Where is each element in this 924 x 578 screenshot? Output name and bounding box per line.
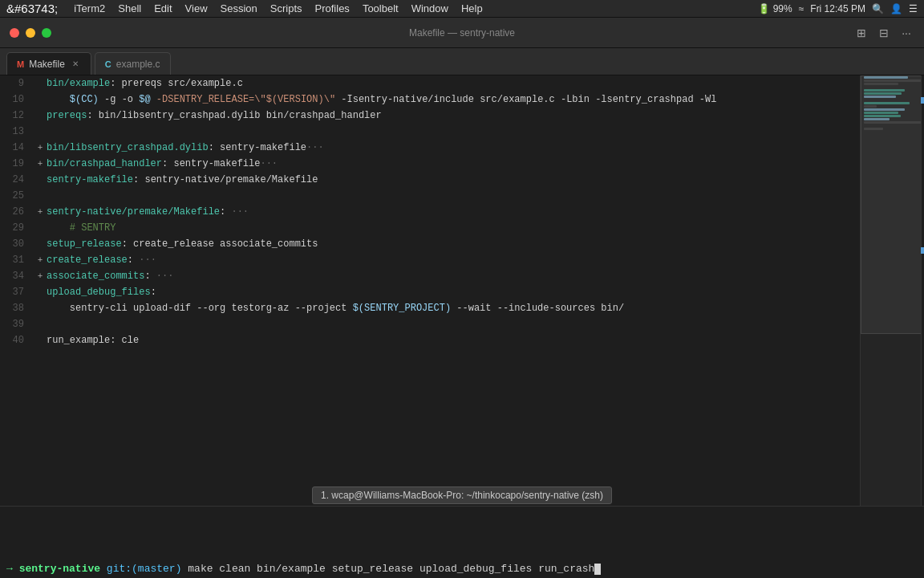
tab-example-c[interactable]: C example.c (95, 52, 171, 75)
code-line-12: 12 prereqs: bin/libsentry_crashpad.dylib… (0, 108, 860, 124)
window-controls (10, 28, 51, 38)
control-icon[interactable]: ☰ (909, 3, 918, 14)
close-button[interactable] (10, 28, 19, 38)
wifi-status: ≈ (799, 3, 804, 14)
menu-scripts[interactable]: Scripts (264, 0, 309, 18)
user-icon[interactable]: 👤 (890, 3, 902, 14)
makefile-tab-icon: M (17, 59, 24, 69)
content-wrapper: 9 bin/example: prereqs src/example.c 10 … (0, 75, 924, 578)
code-line-29: 29 # SENTRY (0, 220, 860, 236)
main-area: 9 bin/example: prereqs src/example.c 10 … (0, 75, 924, 506)
terminal-body[interactable]: → sentry-native git:(master) make clean … (0, 507, 924, 578)
code-line-26: 26 + sentry-native/premake/Makefile: ··· (0, 204, 860, 220)
menu-session[interactable]: Session (214, 0, 264, 18)
code-line-14: 14 + bin/libsentry_crashpad.dylib: sentr… (0, 140, 860, 156)
code-line-39: 39 (0, 316, 860, 332)
code-line-31: 31 + create_release: ··· (0, 252, 860, 268)
code-line-40: 40 run_example: cle (0, 332, 860, 348)
tab-bar: M Makefile ✕ C example.c (0, 48, 924, 75)
menu-iterm2[interactable]: iTerm2 (67, 0, 111, 18)
titlebar: Makefile — sentry-native ⊞ ⊟ ··· (0, 18, 924, 48)
menu-status-area: 🔋 99% ≈ Fri 12:45 PM 🔍 👤 ☰ (758, 3, 918, 14)
menu-toolbelt[interactable]: Toolbelt (356, 0, 405, 18)
battery-status: 🔋 99% (758, 3, 792, 14)
window-title: Makefile — sentry-native (409, 27, 515, 39)
tab-example-c-label: example.c (116, 59, 160, 70)
terminal-path: sentry-native (19, 563, 100, 575)
code-line-25: 25 (0, 188, 860, 204)
code-line-34: 34 + associate_commits: ··· (0, 268, 860, 284)
tab-makefile[interactable]: M Makefile ✕ (6, 52, 91, 75)
code-line-24: 24 sentry-makefile: sentry-native/premak… (0, 172, 860, 188)
code-line-37: 37 upload_debug_files: (0, 284, 860, 300)
minimize-button[interactable] (26, 28, 35, 38)
menubar: &#63743; iTerm2 Shell Edit View Session … (0, 0, 924, 18)
titlebar-actions: ⊞ ⊟ ··· (853, 25, 914, 41)
more-options-icon[interactable]: ··· (898, 25, 914, 41)
menu-view[interactable]: View (179, 0, 214, 18)
code-line-30: 30 setup_release: create_release associa… (0, 236, 860, 252)
menu-help[interactable]: Help (455, 0, 489, 18)
split-horizontal-icon[interactable]: ⊟ (876, 25, 892, 41)
clock: Fri 12:45 PM (810, 3, 865, 14)
code-line-19: 19 + bin/crashpad_handler: sentry-makefi… (0, 156, 860, 172)
search-icon[interactable]: 🔍 (872, 3, 884, 14)
terminal-panel: → sentry-native git:(master) make clean … (0, 506, 924, 578)
terminal-git-branch: git:(master) (107, 563, 182, 575)
terminal-prompt-line: → sentry-native git:(master) make clean … (6, 563, 918, 575)
code-line-10: 10 $(CC) -g -o $@ -DSENTRY_RELEASE=\"$(V… (0, 92, 860, 108)
code-line-9: 9 bin/example: prereqs src/example.c (0, 75, 860, 92)
minimap[interactable] (860, 75, 924, 506)
editor: 9 bin/example: prereqs src/example.c 10 … (0, 75, 860, 506)
minimap-content (861, 76, 924, 506)
tab-makefile-label: Makefile (29, 59, 65, 70)
menu-edit[interactable]: Edit (148, 0, 178, 18)
terminal-cursor (594, 564, 601, 575)
iterm-window: Makefile — sentry-native ⊞ ⊟ ··· M Makef… (0, 18, 924, 578)
code-line-13: 13 (0, 124, 860, 140)
terminal-command: make clean bin/example setup_release upl… (188, 563, 594, 575)
prompt-arrow: → (6, 563, 13, 575)
code-line-38: 38 sentry-cli upload-dif --org testorg-a… (0, 300, 860, 316)
tab-close-button[interactable]: ✕ (70, 59, 81, 70)
apple-menu[interactable]: &#63743; (6, 2, 58, 15)
maximize-button[interactable] (42, 28, 51, 38)
menu-shell[interactable]: Shell (111, 0, 148, 18)
menu-profiles[interactable]: Profiles (309, 0, 356, 18)
split-vertical-icon[interactable]: ⊞ (853, 25, 869, 41)
menu-window[interactable]: Window (405, 0, 455, 18)
code-area[interactable]: 9 bin/example: prereqs src/example.c 10 … (0, 75, 860, 506)
example-c-tab-icon: C (105, 59, 111, 69)
